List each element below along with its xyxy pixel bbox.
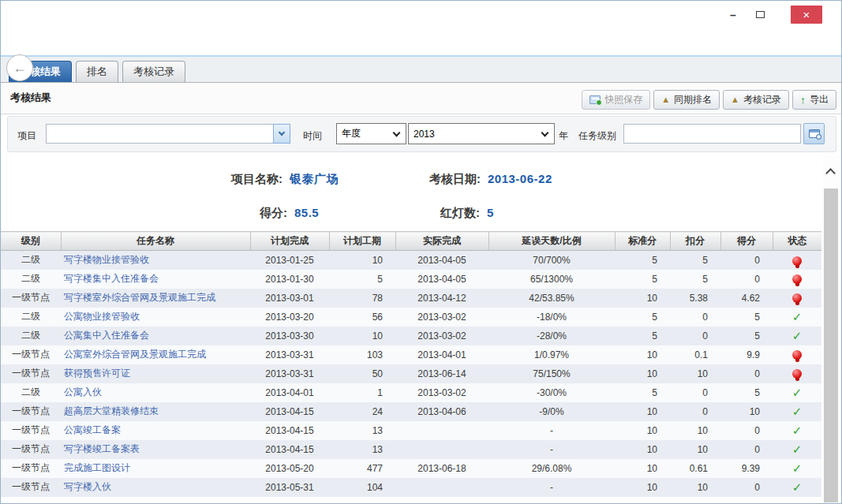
cell-task: 公寓室外综合管网及景观施工完成 — [61, 345, 250, 364]
task-link[interactable]: 公寓竣工备案 — [64, 424, 121, 435]
cell-plan_days: 24 — [329, 402, 395, 421]
task-link[interactable]: 完成施工图设计 — [64, 462, 130, 473]
app-tab-1[interactable]: 排名 — [76, 61, 118, 82]
cell-task: 超高层大堂精装修结束 — [61, 402, 250, 421]
cell-plan_days: 78 — [329, 289, 395, 308]
vertical-scrollbar[interactable] — [823, 155, 839, 504]
table-row[interactable]: 一级节点写字楼室外综合管网及景观施工完成2013-03-01782013-04-… — [1, 289, 821, 308]
project-combobox[interactable] — [46, 124, 290, 144]
task-link[interactable]: 写字楼物业接管验收 — [64, 254, 149, 265]
toolbar-button-label: 考核记录 — [743, 93, 781, 106]
cell-level: 一级节点 — [1, 440, 61, 459]
table-row[interactable]: 一级节点完成施工图设计2013-05-204772013-06-1829/6.0… — [1, 459, 821, 478]
cell-task: 写字楼室外综合管网及景观施工完成 — [61, 289, 250, 308]
project-dropdown-button[interactable] — [273, 124, 290, 144]
close-button[interactable]: × — [791, 6, 822, 24]
column-header-2[interactable]: 计划完成 — [250, 232, 329, 251]
table-row[interactable]: 二级公寓入伙2013-04-0112013-03-02-30/0%505✓ — [1, 383, 821, 402]
cell-level: 一级节点 — [1, 289, 61, 308]
cell-status: ✓ — [773, 308, 821, 327]
cell-deduct: 5.38 — [670, 289, 720, 308]
task-link[interactable]: 公寓室外综合管网及景观施工完成 — [64, 349, 206, 360]
cell-standard: 10 — [615, 345, 670, 364]
project-input[interactable] — [46, 124, 273, 144]
task-level-input[interactable] — [623, 124, 801, 144]
green-check-icon: ✓ — [792, 424, 803, 437]
window-titlebar: – × — [1, 1, 841, 27]
toolbar-button-2[interactable]: ▲考核记录 — [723, 90, 789, 110]
column-header-6[interactable]: 标准分 — [615, 232, 670, 251]
task-level-lookup-button[interactable] — [803, 123, 825, 144]
cell-actual_finish: 2013-04-12 — [395, 289, 488, 308]
year-select[interactable]: 2013 — [408, 123, 555, 144]
cell-deduct: 0 — [670, 402, 720, 421]
cell-status: ✓ — [773, 421, 821, 440]
task-link[interactable]: 公寓入伙 — [64, 386, 102, 398]
table-row[interactable]: 二级写字楼集中入住准备会2013-01-3052013-04-0565/1300… — [1, 270, 821, 289]
column-header-9[interactable]: 状态 — [773, 232, 821, 251]
cell-deduct: 10 — [670, 421, 720, 440]
cell-plan_days: 50 — [329, 364, 395, 383]
task-link[interactable]: 写字楼集中入住准备会 — [64, 273, 159, 284]
column-header-8[interactable]: 得分 — [720, 232, 773, 251]
cell-score: 0 — [720, 478, 773, 497]
table-row[interactable]: 一级节点公寓竣工备案2013-04-1513-10100✓ — [1, 421, 821, 440]
back-button[interactable]: ← — [6, 54, 33, 81]
red-light-icon — [792, 256, 802, 266]
toolbar-button-1[interactable]: ▲同期排名 — [653, 90, 720, 110]
scroll-up-icon[interactable] — [825, 168, 836, 178]
cell-plan_days: 10 — [329, 251, 395, 270]
cell-deduct: 0.1 — [670, 345, 720, 364]
cell-delay: 65/1300% — [488, 270, 615, 289]
toolbar-button-3[interactable]: ↑导出 — [792, 90, 836, 110]
cell-score: 5 — [720, 327, 773, 345]
table-row[interactable]: 一级节点写字楼入伙2013-05-31104-10100✓ — [1, 478, 821, 497]
toolbar-button-label: 导出 — [810, 93, 829, 106]
results-table: 级别任务名称计划完成计划工期实际完成延误天数/比例标准分扣分得分状态 二级写字楼… — [1, 231, 821, 497]
cell-delay: - — [488, 440, 615, 459]
task-link[interactable]: 写字楼入伙 — [64, 481, 111, 492]
cell-task: 写字楼物业接管验收 — [61, 251, 250, 270]
cell-deduct: 10 — [670, 364, 720, 383]
chevron-down-icon — [541, 129, 549, 136]
task-link[interactable]: 公寓集中入住准备会 — [64, 330, 149, 341]
table-row[interactable]: 一级节点获得预售许可证2013-03-31502013-06-1475/150%… — [1, 364, 821, 383]
cell-status: ✓ — [773, 440, 821, 459]
cell-status — [773, 364, 821, 383]
cell-task: 获得预售许可证 — [61, 364, 250, 383]
maximize-icon — [756, 11, 765, 18]
table-row[interactable]: 二级写字楼物业接管验收2013-01-25102013-04-0570/700%… — [1, 251, 821, 270]
minimize-button[interactable]: – — [721, 6, 745, 24]
cell-plan_finish: 2013-04-15 — [250, 402, 329, 421]
cell-plan_days: 5 — [329, 270, 395, 289]
column-header-0[interactable]: 级别 — [1, 232, 61, 251]
task-link[interactable]: 写字楼竣工备案表 — [64, 443, 140, 454]
cell-standard: 5 — [615, 308, 670, 327]
table-row[interactable]: 一级节点公寓室外综合管网及景观施工完成2013-03-311032013-04-… — [1, 345, 821, 364]
maximize-button[interactable] — [748, 6, 772, 24]
cell-plan_finish: 2013-01-25 — [250, 251, 329, 270]
scrollbar-thumb[interactable] — [824, 189, 838, 502]
table-row[interactable]: 二级公寓物业接管验收2013-03-20562013-03-02-18/0%50… — [1, 308, 821, 327]
task-link[interactable]: 超高层大堂精装修结束 — [64, 405, 159, 416]
column-header-5[interactable]: 延误天数/比例 — [488, 232, 615, 251]
cell-score: 0 — [720, 421, 773, 440]
cell-delay: 70/700% — [488, 251, 615, 270]
red-light-icon — [792, 274, 802, 284]
column-header-3[interactable]: 计划工期 — [329, 232, 395, 251]
table-row[interactable]: 一级节点超高层大堂精装修结束2013-04-15242013-04-06-9/0… — [1, 402, 821, 421]
app-tab-2[interactable]: 考核记录 — [122, 61, 185, 82]
toolbar-button-0[interactable]: 快照保存 — [582, 90, 650, 110]
task-link[interactable]: 获得预售许可证 — [64, 368, 130, 379]
task-link[interactable]: 写字楼室外综合管网及景观施工完成 — [64, 292, 215, 303]
task-link[interactable]: 公寓物业接管验收 — [64, 311, 140, 322]
period-select[interactable]: 年度 — [336, 123, 406, 144]
green-check-icon: ✓ — [792, 329, 803, 342]
table-row[interactable]: 二级公寓集中入住准备会2013-03-30102013-03-02-28/0%5… — [1, 327, 821, 345]
table-row[interactable]: 一级节点写字楼竣工备案表2013-04-1513-10100✓ — [1, 440, 821, 459]
column-header-7[interactable]: 扣分 — [670, 232, 720, 251]
cell-delay: -9/0% — [488, 402, 615, 421]
column-header-4[interactable]: 实际完成 — [395, 232, 488, 251]
column-header-1[interactable]: 任务名称 — [61, 232, 250, 251]
panel-header: 考核结果 快照保存▲同期排名▲考核记录↑导出 — [1, 83, 841, 114]
